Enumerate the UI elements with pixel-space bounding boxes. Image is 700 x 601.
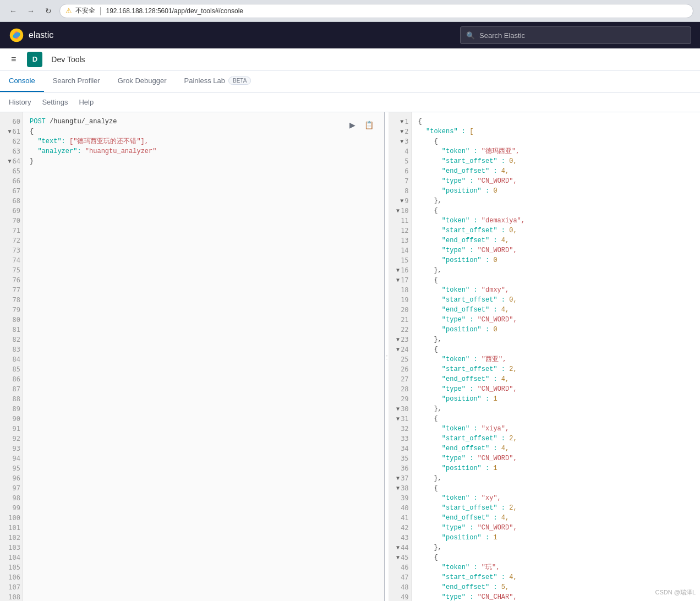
secondary-nav-settings[interactable]: Settings <box>42 96 68 108</box>
header-search-bar[interactable]: 🔍 Search Elastic <box>460 26 691 44</box>
tab-painless-lab[interactable]: Painless Lab BETA <box>176 70 260 92</box>
tab-console[interactable]: Console <box>0 70 44 92</box>
response-content: ▼1▼2▼345678▼9▼101112131415▼16▼1718192021… <box>389 112 700 601</box>
hamburger-button[interactable]: ≡ <box>9 52 18 67</box>
beta-badge: BETA <box>228 77 251 85</box>
logo-text: elastic <box>29 30 53 40</box>
tab-grok-debugger-label: Grok Debugger <box>118 77 167 85</box>
response-code-area: { "tokens" : [ { "token" : "德玛西亚", "star… <box>412 112 700 601</box>
address-bar[interactable]: ⚠ 不安全 │ 192.168.188.128:5601/app/dev_too… <box>59 4 693 18</box>
dev-tools-avatar: D <box>27 52 42 67</box>
secondary-nav-help[interactable]: Help <box>79 96 94 108</box>
tab-search-profiler-label: Search Profiler <box>53 77 100 85</box>
forward-button[interactable]: → <box>24 4 37 18</box>
url-text: 192.168.188.128:5601/app/dev_tools#/cons… <box>106 7 244 15</box>
secondary-nav: History Settings Help <box>0 92 700 112</box>
insecure-label: 不安全 <box>75 6 95 15</box>
editor-content[interactable]: 60▼616263▼646566676869707172737475767778… <box>0 112 384 601</box>
search-placeholder-text: Search Elastic <box>479 31 525 40</box>
elastic-logo: elastic <box>9 28 53 43</box>
tab-painless-lab-label: Painless Lab <box>184 77 225 85</box>
security-warning-icon: ⚠ <box>65 7 72 15</box>
watermark: CSDN @瑞泽L <box>655 588 696 597</box>
tab-grok-debugger[interactable]: Grok Debugger <box>109 70 176 92</box>
tab-console-label: Console <box>9 77 35 85</box>
tab-search-profiler[interactable]: Search Profiler <box>44 70 109 92</box>
editor-code-area[interactable]: POST /huangtu/_analyze{ "text": ["德玛西亚玩的… <box>23 112 384 601</box>
editor-line-numbers: 60▼616263▼646566676869707172737475767778… <box>0 112 23 601</box>
main-content: 60▼616263▼646566676869707172737475767778… <box>0 112 700 601</box>
app-sub-header: ≡ D Dev Tools <box>0 48 700 70</box>
search-icon: 🔍 <box>466 31 475 40</box>
response-line-numbers: ▼1▼2▼345678▼9▼101112131415▼16▼1718192021… <box>389 112 412 601</box>
run-button[interactable]: ▶ <box>347 119 359 131</box>
back-button[interactable]: ← <box>7 4 20 18</box>
response-panel: ▼1▼2▼345678▼9▼101112131415▼16▼1718192021… <box>389 112 700 601</box>
elastic-logo-icon <box>9 28 24 43</box>
secondary-nav-history[interactable]: History <box>9 96 31 108</box>
app-header: elastic 🔍 Search Elastic <box>0 22 700 48</box>
browser-bar: ← → ↻ ⚠ 不安全 │ 192.168.188.128:5601/app/d… <box>0 0 700 22</box>
refresh-button[interactable]: ↻ <box>42 4 55 18</box>
editor-panel: 60▼616263▼646566676869707172737475767778… <box>0 112 385 601</box>
search-bar-container: 🔍 Search Elastic <box>460 26 691 44</box>
editor-actions: ▶ 📋 <box>347 119 375 131</box>
copy-button[interactable]: 📋 <box>363 119 375 131</box>
tabs-bar: Console Search Profiler Grok Debugger Pa… <box>0 70 700 92</box>
dev-tools-title: Dev Tools <box>51 55 85 64</box>
